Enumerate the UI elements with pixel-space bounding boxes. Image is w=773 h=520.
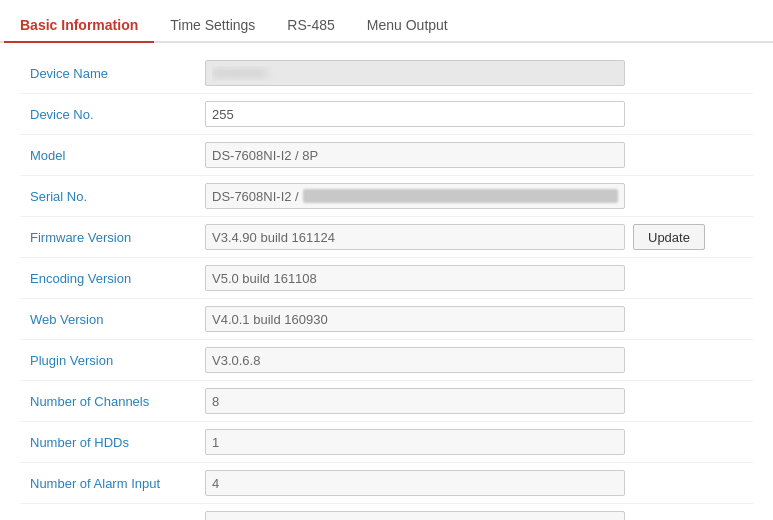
input-number-of-channels xyxy=(205,388,625,414)
label-encoding-version: Encoding Version xyxy=(20,271,205,286)
label-number-of-channels: Number of Channels xyxy=(20,394,205,409)
input-encoding-version xyxy=(205,265,625,291)
update-button[interactable]: Update xyxy=(633,224,705,250)
field-firmware-version: Update xyxy=(205,224,753,250)
serial-no-blurred xyxy=(303,189,618,203)
input-model xyxy=(205,142,625,168)
field-model xyxy=(205,142,753,168)
field-number-of-hdds xyxy=(205,429,753,455)
input-device-no[interactable] xyxy=(205,101,625,127)
field-serial-no: DS-7608NI-I2 / xyxy=(205,183,753,209)
field-device-no xyxy=(205,101,753,127)
tab-rs-485[interactable]: RS-485 xyxy=(271,9,350,43)
label-web-version: Web Version xyxy=(20,312,205,327)
tab-time-settings[interactable]: Time Settings xyxy=(154,9,271,43)
row-number-of-channels: Number of Channels xyxy=(20,381,753,422)
row-device-name: Device Name xyxy=(20,53,753,94)
row-number-of-alarm-output: Number of Alarm Output xyxy=(20,504,753,520)
serial-no-container: DS-7608NI-I2 / xyxy=(205,183,625,209)
input-plugin-version xyxy=(205,347,625,373)
serial-no-clear-text: DS-7608NI-I2 / xyxy=(212,189,299,204)
label-device-name: Device Name xyxy=(20,66,205,81)
field-number-of-alarm-input xyxy=(205,470,753,496)
input-web-version xyxy=(205,306,625,332)
label-number-of-alarm-output: Number of Alarm Output xyxy=(20,517,205,521)
row-firmware-version: Firmware Version Update xyxy=(20,217,753,258)
field-plugin-version xyxy=(205,347,753,373)
label-number-of-alarm-input: Number of Alarm Input xyxy=(20,476,205,491)
label-model: Model xyxy=(20,148,205,163)
tab-bar: Basic Information Time Settings RS-485 M… xyxy=(0,0,773,43)
label-plugin-version: Plugin Version xyxy=(20,353,205,368)
field-web-version xyxy=(205,306,753,332)
tab-menu-output[interactable]: Menu Output xyxy=(351,9,464,43)
label-device-no: Device No. xyxy=(20,107,205,122)
row-plugin-version: Plugin Version xyxy=(20,340,753,381)
label-serial-no: Serial No. xyxy=(20,189,205,204)
input-device-name[interactable] xyxy=(205,60,625,86)
label-firmware-version: Firmware Version xyxy=(20,230,205,245)
row-encoding-version: Encoding Version xyxy=(20,258,753,299)
input-number-of-hdds xyxy=(205,429,625,455)
input-firmware-version xyxy=(205,224,625,250)
label-number-of-hdds: Number of HDDs xyxy=(20,435,205,450)
field-encoding-version xyxy=(205,265,753,291)
row-number-of-alarm-input: Number of Alarm Input xyxy=(20,463,753,504)
field-number-of-channels xyxy=(205,388,753,414)
row-number-of-hdds: Number of HDDs xyxy=(20,422,753,463)
basic-information-content: Device Name Device No. Model Serial No. … xyxy=(0,43,773,520)
row-model: Model xyxy=(20,135,753,176)
row-serial-no: Serial No. DS-7608NI-I2 / xyxy=(20,176,753,217)
row-device-no: Device No. xyxy=(20,94,753,135)
input-number-of-alarm-input xyxy=(205,470,625,496)
field-device-name xyxy=(205,60,753,86)
input-number-of-alarm-output xyxy=(205,511,625,520)
row-web-version: Web Version xyxy=(20,299,753,340)
field-number-of-alarm-output xyxy=(205,511,753,520)
tab-basic-information[interactable]: Basic Information xyxy=(4,9,154,43)
